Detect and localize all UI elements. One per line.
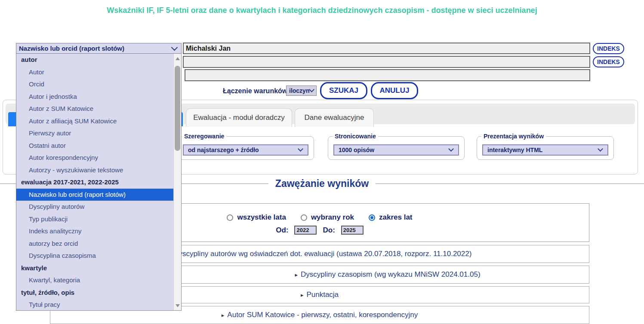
page-title: Wskaźniki IF, IF 5-letni oraz dane o kwa… (0, 6, 644, 15)
dropdown-option[interactable]: Autorzy - wyszukiwanie tekstowe (16, 164, 174, 177)
paging-select[interactable]: 1000 opisów (333, 144, 459, 156)
to-year-input[interactable] (341, 226, 364, 235)
search-term-input-1[interactable] (183, 43, 590, 54)
radio-icon[interactable] (301, 214, 307, 221)
dropdown-group-header: kwartyle (16, 262, 174, 275)
to-label: Do: (323, 226, 335, 235)
search-term-input-3[interactable] (185, 69, 590, 81)
from-year-input[interactable] (294, 226, 317, 235)
chevron-down-icon (598, 146, 603, 152)
bibliography-search-page: Wskaźniki IF, IF 5-letni oraz dane o kwa… (0, 0, 644, 324)
paging-fieldset: Stronicowanie 1000 opisów (328, 136, 465, 160)
chevron-down-icon (298, 146, 303, 152)
dropdown-option[interactable]: Typ publikacji (16, 213, 174, 226)
dropdown-option[interactable]: Nazwisko lub orcid (raport slotów) (16, 189, 174, 201)
dropdown-option[interactable]: Dyscyplina czasopisma (16, 250, 174, 262)
year-option[interactable]: wybrany rok (301, 213, 354, 222)
scroll-up-icon[interactable] (174, 55, 181, 62)
criteria-select[interactable]: Nazwisko lub orcid (raport slotów) (16, 43, 182, 54)
cancel-button[interactable]: ANULUJ (371, 82, 418, 99)
year-option[interactable]: zakres lat (369, 213, 413, 222)
chevron-down-icon (309, 87, 314, 92)
dropdown-option[interactable]: Autor (16, 66, 174, 79)
dropdown-option[interactable]: Dyscypliny autorów (16, 201, 174, 213)
tab-label: Dane ewaluacyjne (305, 113, 364, 122)
section-label: Punktacja (306, 290, 339, 299)
expand-arrow-icon: ▸ (295, 272, 298, 278)
paging-legend: Stronicowanie (333, 133, 378, 140)
sorting-legend: Szeregowanie (182, 133, 226, 140)
sorting-select-value: od najstarszego + źródło (188, 147, 259, 153)
dropdown-group-header: autor (16, 54, 174, 66)
dropdown-option[interactable]: Indeks analityczny (16, 225, 174, 238)
presentation-fieldset: Prezentacja wyników interaktywny HTML (477, 136, 614, 160)
join-conditions-value: iloczyn (289, 87, 309, 94)
dropdown-option[interactable]: Kwartyl, kategoria (16, 274, 174, 287)
dropdown-group-header: ewaluacja 2017-2021, 2022-2025 (16, 176, 174, 189)
dropdown-option[interactable]: Orcid (16, 78, 174, 91)
join-conditions-select[interactable]: iloczyn (286, 86, 317, 96)
tab-ewaluacja-modul-doradczy[interactable]: Ewaluacja - moduł doradczy (186, 108, 292, 127)
year-option-label: wybrany rok (311, 213, 354, 222)
join-conditions-label: Łączenie warunków (223, 87, 287, 95)
radio-icon[interactable] (369, 214, 375, 221)
presentation-select-value: interaktywny HTML (487, 147, 542, 153)
dropdown-option[interactable]: Autor i jednostka (16, 91, 174, 103)
divider-line (376, 183, 644, 184)
dropdown-option[interactable]: Autor korespondencyjny (16, 152, 174, 164)
criteria-dropdown-options: autorAutorOrcidAutor i jednostkaAutor z … (16, 54, 174, 310)
paging-select-value: 1000 opisów (339, 147, 374, 153)
chevron-down-icon (171, 44, 178, 51)
search-term-input-2[interactable] (183, 56, 590, 68)
chevron-down-icon (448, 146, 454, 152)
criteria-dropdown-list: autorAutorOrcidAutor i jednostkaAutor z … (16, 54, 182, 311)
dropdown-option[interactable]: Ostatni autor (16, 140, 174, 152)
expand-arrow-icon: ▸ (301, 292, 304, 298)
indeks-button-1[interactable]: INDEKS (593, 43, 624, 54)
presentation-select[interactable]: interaktywny HTML (482, 144, 608, 156)
dropdown-option[interactable]: Pierwszy autor (16, 127, 174, 140)
section-label: Dyscypliny czasopism (wg wykazu MNiSW 20… (301, 270, 481, 279)
tab-dane-ewaluacyjne[interactable]: Dane ewaluacyjne (295, 108, 374, 127)
dropdown-option[interactable]: Tytuł pracy (16, 299, 174, 310)
radio-icon[interactable] (227, 214, 233, 221)
indeks-button-2[interactable]: INDEKS (593, 56, 624, 67)
dropdown-group-header: tytuł, źródło, opis (16, 287, 174, 299)
dropdown-option[interactable]: autorzy bez orcid (16, 238, 174, 250)
year-option[interactable]: wszystkie lata (227, 213, 286, 222)
year-option-label: zakres lat (379, 213, 413, 222)
scroll-down-icon[interactable] (174, 302, 181, 309)
expand-arrow-icon: ▸ (222, 312, 225, 318)
search-button[interactable]: SZUKAJ (320, 82, 367, 99)
sorting-select[interactable]: od najstarszego + źródło (183, 144, 308, 156)
section-label: Autor SUM Katowice - pierwszy, ostatni, … (227, 311, 418, 319)
from-label: Od: (276, 226, 288, 235)
refine-heading: Zawężanie wyników (268, 178, 376, 190)
sorting-fieldset: Szeregowanie od najstarszego + źródło (177, 136, 314, 160)
section-label: Dyscypliny autorów wg oświadczeń dot. ew… (173, 250, 471, 258)
presentation-legend: Prezentacja wyników (481, 133, 546, 140)
criteria-select-value: Nazwisko lub orcid (raport slotów) (19, 45, 124, 52)
dropdown-option[interactable]: Autor z afiliacją SUM Katowice (16, 115, 174, 128)
scrollbar-thumb[interactable] (175, 66, 180, 151)
dropdown-option[interactable]: Autor z SUM Katowice (16, 103, 174, 115)
tab-label: Ewaluacja - moduł doradczy (193, 113, 285, 122)
dropdown-scrollbar[interactable] (173, 54, 181, 310)
year-option-label: wszystkie lata (237, 213, 286, 222)
